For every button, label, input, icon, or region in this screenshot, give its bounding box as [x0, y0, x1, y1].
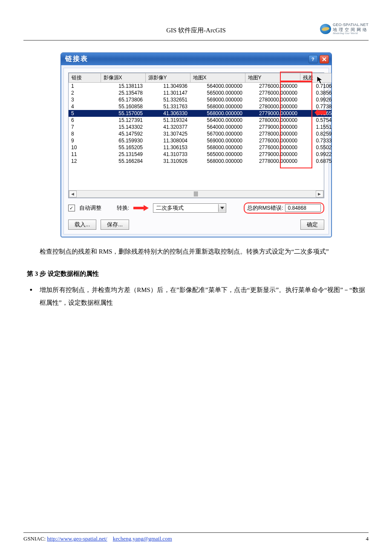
svg-text:?: ?: [311, 57, 314, 62]
document-body: 检查控制点的残差和 RMS，删除残差特别大的控制点并重新选取控制点。转换方式设定…: [27, 245, 365, 309]
table-row[interactable]: 225.13547811.301147565000.0000002776000.…: [69, 90, 332, 96]
col-srcy[interactable]: 源影像Y: [145, 73, 190, 83]
col-mapy[interactable]: 地图Y: [245, 73, 300, 83]
table-row[interactable]: 115.13811311.304936564000.0000002776000.…: [69, 83, 332, 90]
link-table[interactable]: 链接 影像源X 源影像Y 地图X 地图Y 残差 × 115.13811311.3…: [69, 73, 332, 165]
load-button[interactable]: 载入...: [68, 220, 97, 230]
page-header-title: GIS 软件应用-ArcGIS: [23, 26, 369, 35]
link-table-wrapper: 链接 影像源X 源影像Y 地图X 地图Y 残差 × 115.13811311.3…: [68, 72, 324, 198]
table-row[interactable]: 715.14330241.320377564000.0000002779000.…: [69, 124, 332, 130]
transform-select-value: 二次多项式: [153, 204, 218, 212]
footer-url-link[interactable]: http://www.geo-spatial.net/: [47, 535, 107, 542]
table-row[interactable]: 455.16085851.331763568000.0000002780000.…: [69, 103, 332, 110]
col-srcx[interactable]: 影像源X: [101, 73, 145, 83]
header-logo: GEO-SPATIAL.NET 地理空间网络 Modeling Our Worl…: [320, 23, 369, 35]
rms-value: 0.84868: [285, 204, 321, 212]
table-row[interactable]: 1055.16520511.306153568000.0000002776000…: [69, 144, 332, 151]
horizontal-scrollbar[interactable]: ◀ ▶: [69, 190, 324, 198]
dropdown-icon[interactable]: [218, 204, 226, 212]
scroll-grip[interactable]: [194, 191, 198, 197]
col-residual[interactable]: 残差: [300, 73, 332, 83]
rms-error-group: 总的RMS错误: 0.84868: [244, 202, 324, 214]
table-row[interactable]: 365.17380651.332651569000.0000002780000.…: [69, 96, 332, 103]
annotation-convert-arrow-icon: [133, 205, 149, 211]
convert-label: 转换:: [117, 204, 130, 212]
bullet-1: 增加所有控制点，并检查均方差（RMS）后，在”影像配准”菜单下，点击“更新显示”…: [27, 283, 365, 309]
auto-adjust-label: 自动调整: [79, 204, 101, 212]
table-row[interactable]: 615.12739151.319324564000.0000002780000.…: [69, 117, 332, 124]
table-row[interactable]: 845.14759231.307425567000.0000002778000.…: [69, 130, 332, 137]
page-footer: GSNIAC: http://www.geo-spatial.net/ kech…: [23, 532, 369, 542]
transform-select[interactable]: 二次多项式: [153, 203, 226, 213]
logo-text: GEO-SPATIAL.NET 地理空间网络 Modeling Our Worl…: [333, 23, 369, 35]
step-heading: 第 3 步 设定数据框的属性: [27, 267, 365, 280]
save-button[interactable]: 保存...: [101, 220, 129, 230]
paragraph-1: 检查控制点的残差和 RMS，删除残差特别大的控制点并重新选取控制点。转换方式设定…: [27, 245, 365, 258]
col-link[interactable]: 链接: [69, 73, 101, 83]
dialog-title: 链接表: [65, 55, 88, 64]
footer-email-link[interactable]: kecheng.yang@gmail.com: [113, 535, 172, 542]
col-mapx[interactable]: 地图X: [190, 73, 245, 83]
header-divider: [23, 40, 369, 40]
table-row[interactable]: 555.15700541.306330568000.0000002779000.…: [69, 110, 332, 117]
scroll-right-button[interactable]: ▶: [316, 191, 323, 197]
footer-prefix: GSNIAC:: [23, 535, 47, 542]
help-button[interactable]: ?: [308, 55, 318, 64]
scroll-left-button[interactable]: ◀: [69, 191, 77, 197]
link-table-dialog: 链接表 ? 链接 影像源X: [61, 52, 332, 237]
table-row[interactable]: 1255.16628431.310926568000.0000002778000…: [69, 158, 332, 165]
dialog-titlebar: 链接表 ?: [61, 53, 331, 65]
rms-label: 总的RMS错误:: [247, 204, 283, 212]
globe-icon: [320, 24, 331, 34]
table-row[interactable]: 1125.13154941.310733565000.0000002779000…: [69, 151, 332, 158]
table-row[interactable]: 965.15993011.308004569000.0000002776000.…: [69, 137, 332, 144]
auto-adjust-checkbox[interactable]: ✓: [68, 205, 75, 211]
ok-button[interactable]: 确定: [300, 220, 324, 230]
close-button[interactable]: [320, 55, 329, 64]
page-number: 4: [366, 535, 369, 542]
